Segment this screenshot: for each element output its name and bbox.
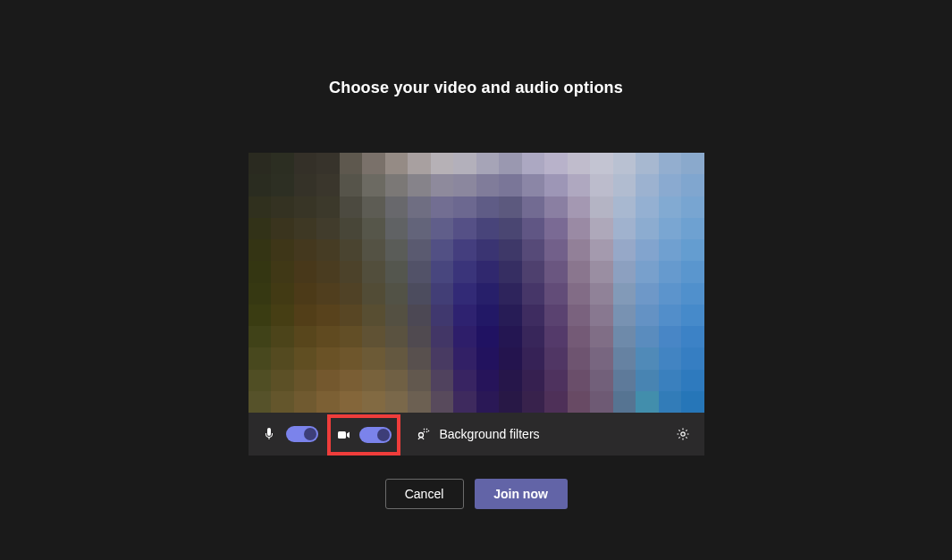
svg-point-2 — [680, 432, 684, 436]
microphone-toggle[interactable] — [286, 426, 318, 442]
svg-point-1 — [418, 433, 423, 438]
device-settings-button[interactable] — [670, 422, 695, 447]
camera-icon — [336, 427, 352, 443]
video-preview — [249, 153, 704, 413]
background-effects-icon — [415, 426, 431, 442]
controls-bar: Background filters — [249, 413, 704, 456]
video-panel: Background filters — [249, 153, 704, 456]
actions-bar: Cancel Join now — [385, 479, 568, 509]
camera-control-highlight — [327, 414, 400, 456]
gear-icon — [675, 426, 691, 442]
svg-rect-0 — [338, 431, 346, 439]
background-filters-button[interactable]: Background filters — [415, 426, 540, 442]
cancel-button[interactable]: Cancel — [385, 479, 464, 509]
page-title: Choose your video and audio options — [329, 79, 623, 97]
background-filters-label: Background filters — [440, 427, 540, 441]
join-now-button[interactable]: Join now — [475, 479, 568, 509]
camera-toggle[interactable] — [359, 427, 392, 443]
microphone-icon — [261, 426, 277, 442]
